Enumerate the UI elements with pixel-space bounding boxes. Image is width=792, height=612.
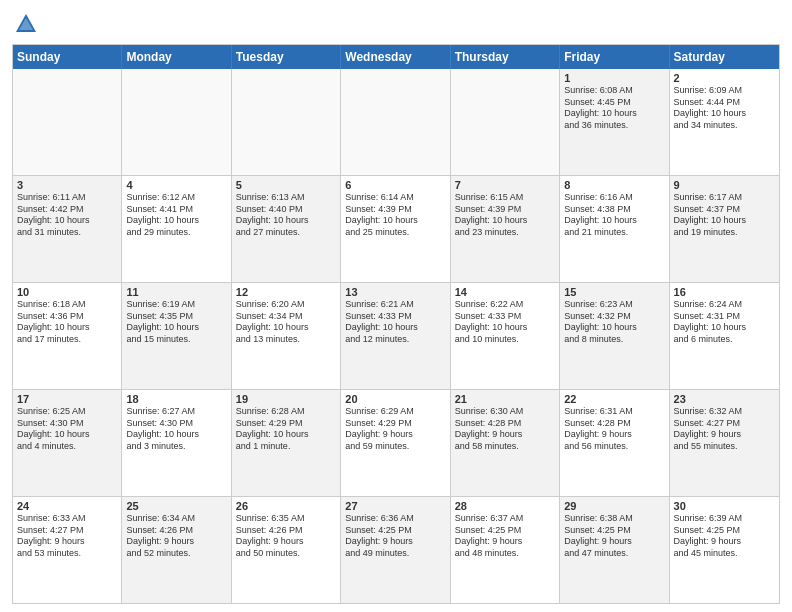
- calendar-row: 3Sunrise: 6:11 AM Sunset: 4:42 PM Daylig…: [13, 175, 779, 282]
- calendar-cell: 30Sunrise: 6:39 AM Sunset: 4:25 PM Dayli…: [670, 497, 779, 603]
- day-info: Sunrise: 6:35 AM Sunset: 4:26 PM Dayligh…: [236, 513, 336, 560]
- calendar-header-cell: Wednesday: [341, 45, 450, 69]
- calendar-cell: 2Sunrise: 6:09 AM Sunset: 4:44 PM Daylig…: [670, 69, 779, 175]
- day-number: 20: [345, 393, 445, 405]
- day-info: Sunrise: 6:24 AM Sunset: 4:31 PM Dayligh…: [674, 299, 775, 346]
- calendar-row: 17Sunrise: 6:25 AM Sunset: 4:30 PM Dayli…: [13, 389, 779, 496]
- day-info: Sunrise: 6:19 AM Sunset: 4:35 PM Dayligh…: [126, 299, 226, 346]
- calendar-header-cell: Sunday: [13, 45, 122, 69]
- calendar-cell: 6Sunrise: 6:14 AM Sunset: 4:39 PM Daylig…: [341, 176, 450, 282]
- day-number: 24: [17, 500, 117, 512]
- calendar-cell: 21Sunrise: 6:30 AM Sunset: 4:28 PM Dayli…: [451, 390, 560, 496]
- calendar-cell: 26Sunrise: 6:35 AM Sunset: 4:26 PM Dayli…: [232, 497, 341, 603]
- day-info: Sunrise: 6:16 AM Sunset: 4:38 PM Dayligh…: [564, 192, 664, 239]
- day-number: 19: [236, 393, 336, 405]
- day-info: Sunrise: 6:27 AM Sunset: 4:30 PM Dayligh…: [126, 406, 226, 453]
- calendar-cell: 15Sunrise: 6:23 AM Sunset: 4:32 PM Dayli…: [560, 283, 669, 389]
- day-info: Sunrise: 6:23 AM Sunset: 4:32 PM Dayligh…: [564, 299, 664, 346]
- day-info: Sunrise: 6:21 AM Sunset: 4:33 PM Dayligh…: [345, 299, 445, 346]
- calendar-cell: [232, 69, 341, 175]
- calendar-cell: [122, 69, 231, 175]
- calendar-header-cell: Tuesday: [232, 45, 341, 69]
- header: [12, 10, 780, 38]
- calendar-cell: 28Sunrise: 6:37 AM Sunset: 4:25 PM Dayli…: [451, 497, 560, 603]
- day-number: 18: [126, 393, 226, 405]
- day-number: 30: [674, 500, 775, 512]
- day-info: Sunrise: 6:12 AM Sunset: 4:41 PM Dayligh…: [126, 192, 226, 239]
- day-info: Sunrise: 6:14 AM Sunset: 4:39 PM Dayligh…: [345, 192, 445, 239]
- day-info: Sunrise: 6:33 AM Sunset: 4:27 PM Dayligh…: [17, 513, 117, 560]
- calendar-cell: [451, 69, 560, 175]
- day-number: 10: [17, 286, 117, 298]
- day-info: Sunrise: 6:22 AM Sunset: 4:33 PM Dayligh…: [455, 299, 555, 346]
- day-number: 22: [564, 393, 664, 405]
- day-number: 12: [236, 286, 336, 298]
- day-number: 7: [455, 179, 555, 191]
- calendar-cell: 13Sunrise: 6:21 AM Sunset: 4:33 PM Dayli…: [341, 283, 450, 389]
- day-number: 5: [236, 179, 336, 191]
- day-number: 28: [455, 500, 555, 512]
- calendar-cell: 8Sunrise: 6:16 AM Sunset: 4:38 PM Daylig…: [560, 176, 669, 282]
- day-number: 3: [17, 179, 117, 191]
- day-info: Sunrise: 6:32 AM Sunset: 4:27 PM Dayligh…: [674, 406, 775, 453]
- day-number: 17: [17, 393, 117, 405]
- day-info: Sunrise: 6:25 AM Sunset: 4:30 PM Dayligh…: [17, 406, 117, 453]
- day-number: 26: [236, 500, 336, 512]
- calendar-cell: 23Sunrise: 6:32 AM Sunset: 4:27 PM Dayli…: [670, 390, 779, 496]
- day-number: 14: [455, 286, 555, 298]
- page: SundayMondayTuesdayWednesdayThursdayFrid…: [0, 0, 792, 612]
- day-info: Sunrise: 6:08 AM Sunset: 4:45 PM Dayligh…: [564, 85, 664, 132]
- day-number: 9: [674, 179, 775, 191]
- calendar-cell: 12Sunrise: 6:20 AM Sunset: 4:34 PM Dayli…: [232, 283, 341, 389]
- day-info: Sunrise: 6:20 AM Sunset: 4:34 PM Dayligh…: [236, 299, 336, 346]
- day-info: Sunrise: 6:36 AM Sunset: 4:25 PM Dayligh…: [345, 513, 445, 560]
- calendar-cell: 16Sunrise: 6:24 AM Sunset: 4:31 PM Dayli…: [670, 283, 779, 389]
- logo-icon: [12, 10, 40, 38]
- calendar-cell: 9Sunrise: 6:17 AM Sunset: 4:37 PM Daylig…: [670, 176, 779, 282]
- day-number: 27: [345, 500, 445, 512]
- calendar-cell: 25Sunrise: 6:34 AM Sunset: 4:26 PM Dayli…: [122, 497, 231, 603]
- calendar-row: 10Sunrise: 6:18 AM Sunset: 4:36 PM Dayli…: [13, 282, 779, 389]
- calendar-cell: 24Sunrise: 6:33 AM Sunset: 4:27 PM Dayli…: [13, 497, 122, 603]
- calendar-cell: 27Sunrise: 6:36 AM Sunset: 4:25 PM Dayli…: [341, 497, 450, 603]
- day-info: Sunrise: 6:13 AM Sunset: 4:40 PM Dayligh…: [236, 192, 336, 239]
- day-number: 15: [564, 286, 664, 298]
- calendar-header-cell: Saturday: [670, 45, 779, 69]
- calendar: SundayMondayTuesdayWednesdayThursdayFrid…: [12, 44, 780, 604]
- day-number: 11: [126, 286, 226, 298]
- calendar-cell: 29Sunrise: 6:38 AM Sunset: 4:25 PM Dayli…: [560, 497, 669, 603]
- calendar-header-cell: Friday: [560, 45, 669, 69]
- calendar-cell: 19Sunrise: 6:28 AM Sunset: 4:29 PM Dayli…: [232, 390, 341, 496]
- calendar-cell: 1Sunrise: 6:08 AM Sunset: 4:45 PM Daylig…: [560, 69, 669, 175]
- day-info: Sunrise: 6:30 AM Sunset: 4:28 PM Dayligh…: [455, 406, 555, 453]
- day-info: Sunrise: 6:37 AM Sunset: 4:25 PM Dayligh…: [455, 513, 555, 560]
- day-info: Sunrise: 6:11 AM Sunset: 4:42 PM Dayligh…: [17, 192, 117, 239]
- calendar-cell: 20Sunrise: 6:29 AM Sunset: 4:29 PM Dayli…: [341, 390, 450, 496]
- calendar-cell: [341, 69, 450, 175]
- calendar-cell: 14Sunrise: 6:22 AM Sunset: 4:33 PM Dayli…: [451, 283, 560, 389]
- calendar-row: 1Sunrise: 6:08 AM Sunset: 4:45 PM Daylig…: [13, 69, 779, 175]
- day-number: 29: [564, 500, 664, 512]
- day-info: Sunrise: 6:18 AM Sunset: 4:36 PM Dayligh…: [17, 299, 117, 346]
- day-info: Sunrise: 6:39 AM Sunset: 4:25 PM Dayligh…: [674, 513, 775, 560]
- calendar-cell: 7Sunrise: 6:15 AM Sunset: 4:39 PM Daylig…: [451, 176, 560, 282]
- calendar-cell: 11Sunrise: 6:19 AM Sunset: 4:35 PM Dayli…: [122, 283, 231, 389]
- calendar-cell: 3Sunrise: 6:11 AM Sunset: 4:42 PM Daylig…: [13, 176, 122, 282]
- calendar-row: 24Sunrise: 6:33 AM Sunset: 4:27 PM Dayli…: [13, 496, 779, 603]
- day-number: 21: [455, 393, 555, 405]
- calendar-cell: 22Sunrise: 6:31 AM Sunset: 4:28 PM Dayli…: [560, 390, 669, 496]
- day-number: 1: [564, 72, 664, 84]
- day-info: Sunrise: 6:28 AM Sunset: 4:29 PM Dayligh…: [236, 406, 336, 453]
- day-info: Sunrise: 6:31 AM Sunset: 4:28 PM Dayligh…: [564, 406, 664, 453]
- day-number: 13: [345, 286, 445, 298]
- calendar-header-cell: Monday: [122, 45, 231, 69]
- day-info: Sunrise: 6:34 AM Sunset: 4:26 PM Dayligh…: [126, 513, 226, 560]
- day-info: Sunrise: 6:38 AM Sunset: 4:25 PM Dayligh…: [564, 513, 664, 560]
- day-info: Sunrise: 6:15 AM Sunset: 4:39 PM Dayligh…: [455, 192, 555, 239]
- calendar-header: SundayMondayTuesdayWednesdayThursdayFrid…: [13, 45, 779, 69]
- day-number: 2: [674, 72, 775, 84]
- calendar-cell: 17Sunrise: 6:25 AM Sunset: 4:30 PM Dayli…: [13, 390, 122, 496]
- day-info: Sunrise: 6:29 AM Sunset: 4:29 PM Dayligh…: [345, 406, 445, 453]
- calendar-body: 1Sunrise: 6:08 AM Sunset: 4:45 PM Daylig…: [13, 69, 779, 603]
- calendar-cell: 5Sunrise: 6:13 AM Sunset: 4:40 PM Daylig…: [232, 176, 341, 282]
